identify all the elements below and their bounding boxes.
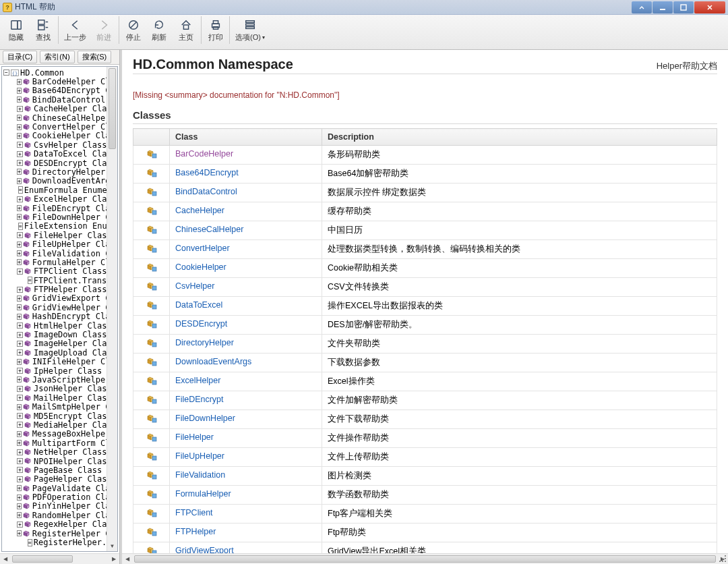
class-link[interactable]: ExcelHelper	[175, 376, 220, 385]
expander-icon[interactable]: +	[17, 386, 23, 392]
expander-icon[interactable]: +	[17, 178, 22, 184]
tree-item[interactable]: +INIFileHelper Class	[2, 358, 117, 366]
class-link[interactable]: ConvertHelper	[175, 244, 230, 253]
tree-item[interactable]: +RandomHelper Class	[2, 511, 117, 519]
scroll-down-icon[interactable]: ▼	[107, 540, 117, 551]
expander-icon[interactable]: +	[17, 250, 22, 256]
toolbar-options[interactable]: 选项(O)▾	[229, 16, 269, 44]
class-link[interactable]: FileDownHelper	[175, 414, 235, 423]
content-horizontal-scrollbar[interactable]: ◀ ▶	[122, 553, 728, 564]
tree-item[interactable]: +NPOIHelper Class	[2, 457, 117, 466]
tree-item[interactable]: +PDFOperation Class	[2, 492, 117, 501]
class-link[interactable]: FileHelper	[175, 432, 214, 442]
class-link[interactable]: Base64DEncrypt	[175, 168, 239, 177]
tree-item[interactable]: FileExtension Enumer	[2, 222, 117, 231]
expander-icon[interactable]: +	[17, 449, 23, 455]
tree-item[interactable]: +FTPHelper Class	[2, 285, 117, 293]
expander-icon[interactable]: +	[17, 503, 22, 509]
expander-icon[interactable]: +	[17, 322, 23, 329]
expander-icon[interactable]: +	[17, 495, 22, 501]
expander-icon[interactable]: +	[17, 467, 23, 473]
expander-icon[interactable]: +	[17, 422, 23, 428]
expander-icon[interactable]: +	[17, 521, 23, 528]
tree-item[interactable]: +MailSmtpHelper Class	[2, 402, 117, 411]
tree-item[interactable]: +Base64DEncrypt Class	[2, 86, 117, 95]
expander-icon[interactable]: +	[17, 142, 23, 148]
tree-item[interactable]: FTPClient.TransferTy	[2, 276, 117, 285]
class-link[interactable]: FileUpHelper	[175, 451, 224, 461]
expander-icon[interactable]: +	[17, 232, 23, 238]
expander-icon[interactable]: +	[17, 133, 22, 139]
tree-item[interactable]: +ImageHelper Class	[2, 339, 117, 348]
tree-item[interactable]: +BindDataControl Clas	[2, 95, 117, 104]
expander-icon[interactable]: +	[17, 242, 22, 248]
tree-item[interactable]: +RegisterHelper Class	[2, 529, 117, 538]
expander-icon[interactable]: +	[17, 96, 22, 103]
expander-icon[interactable]: +	[17, 205, 22, 211]
tab-search[interactable]: 搜索(S)	[78, 51, 112, 63]
tree-item[interactable]: +FileValidation Class	[2, 249, 117, 258]
tree-root[interactable]: −{}HD.Common	[2, 68, 117, 77]
tree-item[interactable]: +NetHelper Class	[2, 447, 117, 456]
tree-item[interactable]: +GridViewHelper Class	[2, 303, 117, 312]
class-link[interactable]: FileValidation	[175, 470, 225, 480]
tree-item[interactable]: EnumFormula Enumerat	[2, 186, 117, 194]
toolbar-stop[interactable]: 停止	[119, 16, 146, 44]
scroll-left-icon[interactable]: ◀	[122, 556, 133, 562]
tree-item[interactable]: +MailHelper Class	[2, 393, 117, 402]
expander-icon[interactable]: +	[17, 458, 23, 464]
expander-icon[interactable]: +	[17, 349, 23, 356]
tree-item[interactable]: +PinYinHelper Class	[2, 502, 117, 511]
tree-item[interactable]: +ExcelHelper Class	[2, 194, 117, 203]
scroll-thumb[interactable]	[12, 555, 73, 563]
maximize-button[interactable]	[673, 1, 694, 13]
class-link[interactable]: DownloadEventArgs	[175, 357, 251, 366]
expander-icon[interactable]: +	[17, 440, 22, 446]
expander-icon[interactable]: +	[17, 151, 23, 157]
expander-icon[interactable]: +	[17, 530, 22, 536]
class-link[interactable]: FTPClient	[175, 508, 213, 517]
tree-item[interactable]: +DESDEncrypt Class	[2, 159, 117, 167]
expander-icon[interactable]: +	[17, 295, 22, 302]
expander-icon[interactable]: +	[17, 395, 23, 401]
tree-item[interactable]: +FileDEncrypt Class	[2, 204, 117, 213]
tree-item[interactable]: +PageHelper Class	[2, 475, 117, 484]
tree-horizontal-scrollbar[interactable]: ◀ ▶	[0, 553, 119, 564]
tree-item[interactable]: +ImageUpload Class	[2, 348, 117, 357]
tree-item[interactable]: +IpHelper Class	[2, 366, 117, 375]
tree-item[interactable]: +FileDownHelper Class	[2, 213, 117, 221]
class-link[interactable]: BindDataControl	[175, 187, 237, 196]
expander-icon[interactable]: +	[17, 214, 22, 220]
class-link[interactable]: BarCodeHelper	[175, 149, 233, 159]
tree-item[interactable]: +MultipartForm Class	[2, 439, 117, 447]
expander-icon[interactable]: +	[17, 196, 23, 202]
class-link[interactable]: GridViewExport	[175, 546, 234, 553]
tree-item[interactable]: +ChineseCalHelper Cla	[2, 113, 117, 122]
expander-icon[interactable]: +	[17, 376, 22, 383]
tree-item[interactable]: +DownloadEventArgs Cl	[2, 177, 117, 186]
tree-item[interactable]: +MessageBoxHelper Cla	[2, 430, 117, 439]
class-link[interactable]: CacheHelper	[175, 206, 224, 215]
tree-vertical-scrollbar[interactable]: ▲ ▼	[107, 67, 117, 551]
expander-icon[interactable]: +	[17, 269, 23, 275]
tree-item[interactable]: +JsonHelper Class	[2, 385, 117, 393]
class-link[interactable]: FileDEncrypt	[175, 395, 224, 404]
expander-icon[interactable]: +	[17, 485, 22, 491]
window-extra-button[interactable]	[632, 1, 652, 13]
tree-item[interactable]: +HashDEncrypt Class	[2, 312, 117, 321]
expander-icon[interactable]: +	[17, 115, 22, 121]
expander-icon[interactable]: +	[17, 79, 22, 85]
tree-item[interactable]: +FormulaHelper Class	[2, 258, 117, 266]
expander-icon[interactable]: +	[17, 359, 22, 365]
minimize-button[interactable]	[653, 1, 673, 13]
tree-item[interactable]: +CacheHelper Class	[2, 105, 117, 113]
tree-item[interactable]: +FTPClient Class	[2, 267, 117, 276]
toolbar-home[interactable]: 主页	[173, 16, 200, 44]
tree-item[interactable]: +CookieHelper Class	[2, 132, 117, 140]
class-link[interactable]: FTPHelper	[175, 527, 216, 536]
class-link[interactable]: DataToExcel	[175, 300, 222, 310]
expander-icon[interactable]: +	[17, 476, 23, 482]
scroll-thumb[interactable]	[134, 555, 716, 563]
expander-icon[interactable]: +	[17, 332, 23, 338]
tree-item[interactable]: +BarCodeHelper Class	[2, 77, 117, 86]
